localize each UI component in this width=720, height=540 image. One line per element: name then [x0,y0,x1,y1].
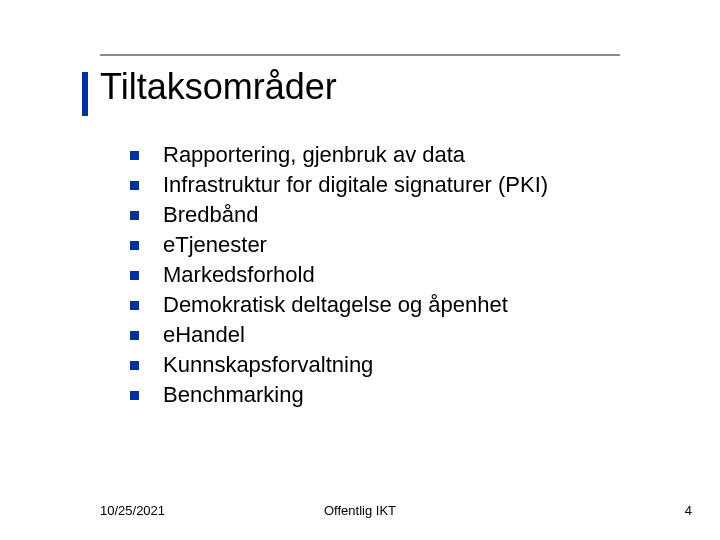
list-item-label: Rapportering, gjenbruk av data [163,140,465,170]
title-rule [100,54,620,56]
list-item: Bredbånd [130,200,670,230]
list-item: Rapportering, gjenbruk av data [130,140,670,170]
list-item-label: eHandel [163,320,245,350]
list-item-label: Bredbånd [163,200,258,230]
list-item-label: Markedsforhold [163,260,315,290]
square-bullet-icon [130,211,139,220]
slide-title: Tiltaksområder [100,66,337,108]
square-bullet-icon [130,241,139,250]
square-bullet-icon [130,271,139,280]
list-item-label: eTjenester [163,230,267,260]
list-item-label: Kunnskapsforvaltning [163,350,373,380]
square-bullet-icon [130,151,139,160]
square-bullet-icon [130,181,139,190]
list-item-label: Benchmarking [163,380,304,410]
square-bullet-icon [130,391,139,400]
slide: Tiltaksområder Rapportering, gjenbruk av… [0,0,720,540]
list-item-label: Demokratisk deltagelse og åpenhet [163,290,508,320]
slide-footer: 10/25/2021 Offentlig IKT 4 [0,498,720,518]
list-item: Demokratisk deltagelse og åpenhet [130,290,670,320]
list-item-label: Infrastruktur for digitale signaturer (P… [163,170,548,200]
footer-page-number: 4 [685,503,692,518]
footer-center-text: Offentlig IKT [0,503,720,518]
square-bullet-icon [130,301,139,310]
list-item: eTjenester [130,230,670,260]
list-item: Markedsforhold [130,260,670,290]
square-bullet-icon [130,331,139,340]
title-accent-bar [82,72,88,116]
list-item: eHandel [130,320,670,350]
list-item: Infrastruktur for digitale signaturer (P… [130,170,670,200]
list-item: Kunnskapsforvaltning [130,350,670,380]
bullet-list: Rapportering, gjenbruk av data Infrastru… [130,140,670,410]
square-bullet-icon [130,361,139,370]
list-item: Benchmarking [130,380,670,410]
